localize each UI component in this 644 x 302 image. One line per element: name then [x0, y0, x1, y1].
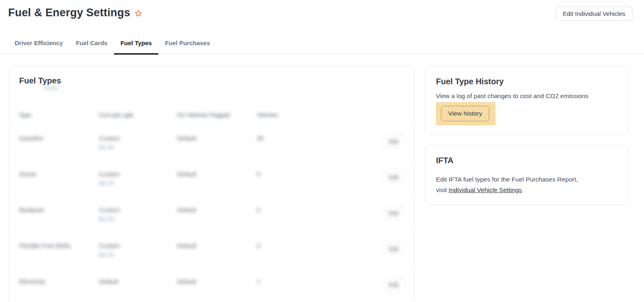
cell-cost: Custom	[99, 206, 177, 213]
cell-flagged: Default	[177, 278, 257, 285]
cell-flagged: Default	[177, 242, 257, 249]
individual-vehicle-settings-link[interactable]: Individual Vehicle Settings	[449, 186, 522, 193]
row-edit-button[interactable]: Edit	[383, 135, 404, 149]
table-row: Biodiesel Custom $0.00 Default 0 Edit	[9, 196, 414, 232]
cell-vehicles: 6	[257, 171, 377, 177]
page-title: Fuel & Energy Settings	[8, 7, 130, 19]
row-edit-button[interactable]: Edit	[383, 242, 404, 256]
cell-flagged: Default	[177, 171, 257, 177]
cell-type: Biodiesel	[19, 206, 99, 213]
table-row: Gasoline Custom $0.00 Default 30 Edit	[9, 124, 414, 160]
table-header-row: Type Cost (per gal) For Vehicles Flagged…	[9, 90, 414, 124]
cell-vehicles: 30	[257, 135, 377, 142]
cell-type: Gasoline	[19, 135, 99, 142]
row-edit-button[interactable]: Edit	[383, 206, 404, 220]
favorite-star-icon[interactable]	[134, 9, 142, 18]
edit-individual-vehicles-button[interactable]: Edit Individual Vehicles	[556, 7, 633, 21]
table-row: Diesel Custom $0.00 Default 6 Edit	[9, 160, 414, 196]
view-history-button[interactable]: View history	[441, 106, 489, 121]
tab-driver-efficiency[interactable]: Driver Efficiency	[8, 39, 69, 55]
right-column: Fuel Type History View a log of past cha…	[425, 66, 629, 205]
tab-fuel-types[interactable]: Fuel Types	[114, 39, 158, 55]
row-edit-button[interactable]: Edit	[383, 278, 404, 292]
tab-fuel-cards[interactable]: Fuel Cards	[69, 39, 114, 55]
fuel-type-history-title: Fuel Type History	[436, 77, 618, 86]
fuel-types-table-blurred: Type Cost (per gal) For Vehicles Flagged…	[9, 87, 414, 302]
table-row: Flexible Fuel (E85) Custom $0.00 Default…	[9, 232, 414, 267]
ifta-text: Edit IFTA fuel types for the Fuel Purcha…	[436, 174, 618, 195]
fuel-type-history-description: View a log of past changes to cost and C…	[436, 93, 618, 99]
cell-vehicles: 0	[257, 242, 377, 249]
table-row: Electricity Default Default 1 Edit	[9, 267, 414, 302]
row-edit-button[interactable]: Edit	[383, 171, 404, 184]
ifta-text-line1: Edit IFTA fuel types for the Fuel Purcha…	[436, 176, 578, 183]
column-header-vehicles: Vehicles	[257, 112, 377, 118]
ifta-title: IFTA	[436, 156, 618, 165]
cell-vehicles: 0	[257, 206, 377, 213]
blurred-fragment	[44, 87, 58, 90]
cell-cost: Custom	[99, 135, 177, 142]
cell-cost-link[interactable]: $0.00	[99, 215, 177, 222]
cell-cost-link[interactable]: $0.00	[99, 251, 177, 258]
cell-cost: Default	[99, 278, 177, 285]
cell-flagged: Default	[177, 135, 257, 142]
view-history-highlight: View history	[436, 102, 495, 125]
fuel-types-card-title: Fuel Types	[9, 76, 414, 85]
cell-type: Electricity	[19, 278, 99, 285]
page-header: Fuel & Energy Settings Edit Individual V…	[0, 0, 644, 21]
tab-fuel-purchases[interactable]: Fuel Purchases	[158, 39, 217, 55]
cell-cost-link[interactable]: $0.00	[99, 144, 177, 151]
cell-cost: Custom	[99, 171, 177, 177]
column-header-cost: Cost (per gal)	[99, 112, 177, 118]
fuel-types-card: Fuel Types Type Cost (per gal) For Vehic…	[9, 66, 414, 302]
ifta-text-line2-prefix: visit	[436, 186, 449, 193]
cell-type: Diesel	[19, 171, 99, 177]
cell-type: Flexible Fuel (E85)	[19, 242, 99, 249]
column-header-flagged: For Vehicles Flagged	[177, 112, 257, 118]
tab-bar: Driver Efficiency Fuel Cards Fuel Types …	[0, 39, 644, 55]
column-header-type: Type	[19, 112, 99, 118]
cell-cost-link[interactable]: $0.00	[99, 179, 177, 186]
fuel-type-history-card: Fuel Type History View a log of past cha…	[425, 66, 629, 135]
cell-flagged: Default	[177, 206, 257, 213]
cell-vehicles: 1	[257, 278, 377, 285]
ifta-card: IFTA Edit IFTA fuel types for the Fuel P…	[425, 145, 629, 205]
content-area: Fuel Types Type Cost (per gal) For Vehic…	[0, 55, 644, 302]
cell-cost: Custom	[99, 242, 177, 249]
